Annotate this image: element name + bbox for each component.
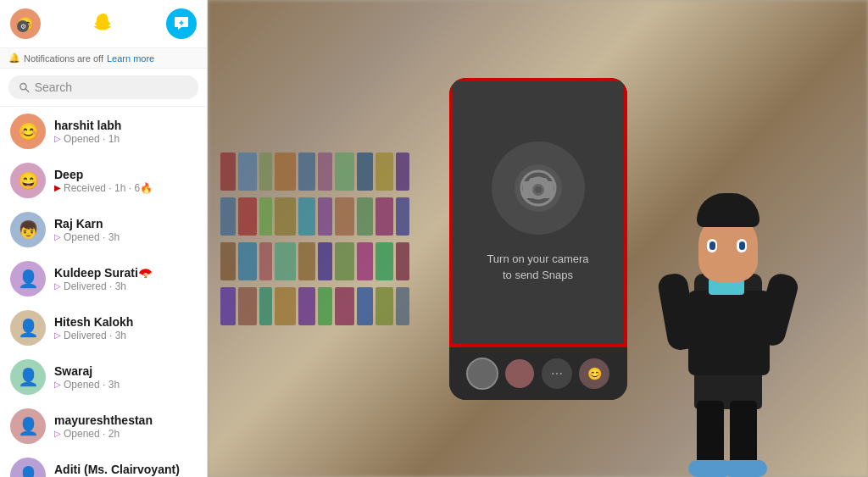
contact-info: harshit labh ▷ Opened · 1h — [54, 119, 197, 145]
contact-name: Deep — [54, 168, 197, 181]
phone-bottom-bar: ⋯ 😊 — [449, 347, 627, 400]
contact-avatar: 👤 — [10, 310, 46, 346]
contact-avatar: 👤 — [10, 359, 46, 395]
contact-item-aditi[interactable]: 👤 Aditi (Ms. Clairvoyant) ▷ Opened · 3h — [0, 451, 207, 477]
camera-overlay: Turn on your camera to send Snaps ⋯ 😊 — [449, 78, 627, 400]
book-spine — [275, 153, 296, 191]
contact-item-mayuresh[interactable]: 👤 mayureshthestan ▷ Opened · 2h — [0, 402, 207, 451]
book-spine — [335, 287, 354, 325]
contact-avatar: 😄 — [10, 163, 46, 198]
book-spine — [238, 197, 257, 236]
contact-name: mayureshthestan — [54, 413, 197, 427]
book-spine — [376, 242, 393, 280]
book-spine — [376, 197, 393, 236]
book-spine — [318, 153, 332, 191]
contact-name: Aditi (Ms. Clairvoyant) — [54, 463, 197, 476]
book-spine — [238, 153, 257, 191]
snapchat-logo — [88, 8, 119, 39]
book-spine — [220, 242, 236, 280]
book-spine — [357, 197, 373, 236]
search-bar — [0, 69, 207, 107]
book-spine — [376, 153, 393, 191]
notifications-bar: 🔔 Notifications are off Learn more — [0, 48, 207, 69]
contact-item-swaraj[interactable]: 👤 Swaraj ▷ Opened · 3h — [0, 352, 207, 402]
learn-more-link[interactable]: Learn more — [107, 53, 154, 64]
book-spine — [335, 242, 354, 280]
contact-item-harshit[interactable]: 😊 harshit labh ▷ Opened · 1h — [0, 107, 207, 156]
contact-avatar: 👤 — [10, 261, 46, 297]
capture-btn[interactable] — [466, 358, 498, 390]
book-spine — [298, 197, 315, 236]
ghost-icon — [91, 11, 116, 36]
contact-name: harshit labh — [54, 119, 197, 132]
book-spine — [335, 197, 354, 236]
book-spine — [259, 287, 272, 325]
sidebar-header: 😊 ⚙ — [0, 0, 207, 48]
contact-info: mayureshthestan ▷ Opened · 2h — [54, 413, 197, 440]
contact-info: Hitesh Kalokh ▷ Delivered · 3h — [54, 315, 197, 341]
contact-status: ▷ Opened · 3h — [54, 379, 197, 391]
book-spine — [357, 242, 373, 280]
camera-circle — [492, 141, 585, 235]
main-content: Turn on your camera to send Snaps ⋯ 😊 — [208, 0, 868, 477]
contact-name: Kuldeep Surati🪭 — [54, 266, 197, 280]
contact-status: ▶ Received · 1h · 6🔥 — [54, 182, 197, 194]
search-wrapper[interactable] — [8, 75, 198, 99]
contact-info: Swaraj ▷ Opened · 3h — [54, 364, 197, 391]
contact-avatar: 👤 — [10, 408, 46, 444]
book-spine — [396, 242, 409, 280]
book-spine — [275, 287, 296, 325]
search-input[interactable] — [35, 80, 188, 94]
contacts-list: 😊 harshit labh ▷ Opened · 1h 😄 Deep ▶ Re… — [0, 107, 207, 477]
book-spine — [318, 287, 332, 325]
character-avatar — [631, 70, 851, 477]
contact-item-deep[interactable]: 😄 Deep ▶ Received · 1h · 6🔥 — [0, 156, 207, 205]
contact-name: Raj Karn — [54, 217, 197, 230]
contact-info: Aditi (Ms. Clairvoyant) ▷ Opened · 3h — [54, 463, 197, 478]
book-spine — [220, 287, 236, 325]
contact-status: ▷ Delivered · 3h — [54, 280, 197, 292]
book-spine — [275, 197, 296, 236]
contact-status: ▷ Opened · 2h — [54, 428, 197, 440]
sidebar: 😊 ⚙ 🔔 Notifications are off Learn more — [0, 0, 208, 477]
contact-name: Swaraj — [54, 364, 197, 378]
book-spine — [238, 242, 257, 280]
contact-item-raj[interactable]: 👦 Raj Karn ▷ Opened · 3h — [0, 205, 207, 254]
contact-avatar: 👦 — [10, 212, 46, 247]
book-spine — [259, 242, 272, 280]
search-icon — [19, 81, 30, 93]
contact-status: ▷ Delivered · 3h — [54, 330, 197, 341]
contact-avatar: 😊 — [10, 114, 46, 149]
contact-item-hitesh[interactable]: 👤 Hitesh Kalokh ▷ Delivered · 3h — [0, 303, 207, 352]
book-spine — [259, 153, 272, 191]
user-avatar[interactable]: 😊 ⚙ — [10, 8, 41, 39]
contact-info: Kuldeep Surati🪭 ▷ Delivered · 3h — [54, 266, 197, 292]
book-spine — [238, 287, 257, 325]
book-spine — [220, 153, 236, 191]
book-spine — [396, 287, 409, 325]
book-spine — [396, 197, 409, 236]
contact-name: Hitesh Kalokh — [54, 315, 197, 329]
book-spine — [376, 287, 393, 325]
camera-area: Turn on your camera to send Snaps — [449, 78, 627, 347]
book-spine — [298, 153, 315, 191]
book-spine — [259, 197, 272, 236]
book-spine — [357, 287, 373, 325]
contact-item-kuldeep[interactable]: 👤 Kuldeep Surati🪭 ▷ Delivered · 3h — [0, 254, 207, 303]
contact-info: Deep ▶ Received · 1h · 6🔥 — [54, 168, 197, 194]
bitmoji-btn[interactable]: 😊 — [579, 358, 609, 389]
book-spine — [298, 242, 315, 280]
more-btn[interactable]: ⋯ — [542, 358, 572, 389]
camera-message: Turn on your camera to send Snaps — [470, 252, 605, 282]
contact-avatar: 👤 — [10, 458, 46, 477]
book-spine — [318, 242, 332, 280]
contact-status: ▷ Opened · 3h — [54, 231, 197, 243]
new-chat-icon[interactable] — [166, 8, 197, 39]
book-spine — [357, 153, 373, 191]
gallery-btn[interactable] — [505, 359, 534, 388]
svg-line-1 — [25, 89, 29, 92]
svg-point-6 — [535, 186, 542, 193]
book-spine — [298, 287, 315, 325]
book-spine — [396, 153, 409, 191]
chat-compose-icon — [173, 15, 190, 32]
